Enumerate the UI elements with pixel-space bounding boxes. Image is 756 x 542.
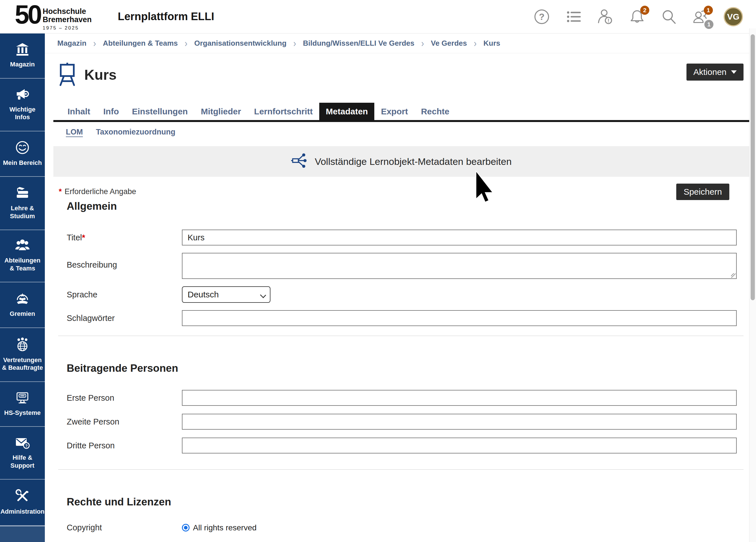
tab-mitglieder[interactable]: Mitglieder (194, 103, 248, 120)
breadcrumb-link[interactable]: Bildung/Wissen/ELLI Ve Gerdes (303, 39, 415, 48)
avatar[interactable]: VG (724, 7, 743, 26)
subtab-taxonomiezuordnung[interactable]: Taxonomiezuordnung (96, 128, 175, 136)
form-row-copyright: Copyright All rights reserved (58, 523, 737, 532)
university-logo[interactable]: 50 Hochschule Bremerhaven 1975 – 2025 (15, 2, 92, 31)
required-asterisk: * (59, 187, 62, 196)
chevron-right-icon: › (184, 38, 187, 49)
logo-50: 50 (15, 2, 40, 27)
bell-icon[interactable]: 2 (628, 8, 646, 26)
breadcrumb-link[interactable]: Ve Gerdes (431, 39, 467, 48)
dritte-person-input[interactable] (182, 438, 737, 453)
sprache-select[interactable]: Deutsch (182, 286, 270, 303)
search-icon[interactable] (660, 8, 678, 26)
users-icon[interactable]: 1 1 (692, 8, 709, 26)
section-heading-beitragende: Beitragende Personen (67, 362, 737, 375)
resize-handle[interactable] (731, 273, 736, 278)
form-row-sprache: Sprache Deutsch (58, 286, 737, 303)
zweite-person-label: Zweite Person (58, 417, 182, 427)
topbar-actions: ? ! (533, 0, 743, 33)
sidebar-item-magazin[interactable]: Magazin (0, 33, 45, 79)
app-root: 50 Hochschule Bremerhaven 1975 – 2025 Le… (0, 0, 756, 542)
tab-export[interactable]: Export (374, 103, 414, 120)
dritte-person-label: Dritte Person (58, 441, 182, 450)
tab-inhalt[interactable]: Inhalt (61, 103, 97, 120)
help-icon[interactable]: ? (533, 8, 551, 26)
titel-label: Titel* (58, 233, 182, 242)
sidebar-item-vertretungen[interactable]: Vertretungen & Beauftragte (0, 328, 45, 382)
tab-metadaten[interactable]: Metadaten (319, 103, 374, 120)
beschreibung-label: Beschreibung (58, 260, 182, 270)
monitor-icon (15, 391, 30, 405)
sprache-selected-value: Deutsch (188, 290, 219, 299)
banner-label: Vollständige Lernobjekt-Metadaten bearbe… (315, 156, 512, 167)
tools-icon (15, 489, 30, 503)
sidebar-item-label: HS-Systeme (4, 409, 41, 417)
copyright-label: Copyright (58, 523, 182, 532)
share-nodes-icon (291, 152, 307, 171)
tab-lernfortschritt[interactable]: Lernfortschritt (247, 103, 319, 120)
sidebar-item-label: Gremien (10, 310, 35, 318)
sidebar-item-mein-bereich[interactable]: Mein Bereich (0, 131, 45, 177)
sidebar-item-label: Vertretungen & Beauftragte (2, 356, 43, 372)
tab-bar: Inhalt Info Einstellungen Mitglieder Ler… (53, 103, 749, 122)
sidebar-item-label: Hilfe & Support (2, 454, 43, 469)
sidebar-item-hs-systeme[interactable]: HS-Systeme (0, 382, 45, 427)
breadcrumb-link[interactable]: Magazin (57, 39, 87, 48)
zweite-person-input[interactable] (182, 414, 737, 430)
tab-rechte[interactable]: Rechte (414, 103, 456, 120)
app-title: Lernplattform ELLI (118, 10, 214, 23)
sidebar-item-wichtige-infos[interactable]: Wichtige Infos (0, 79, 45, 131)
breadcrumb-link[interactable]: Organisationsentwicklung (194, 39, 286, 48)
scrollbar-track[interactable] (749, 28, 756, 542)
svg-text:?: ? (539, 12, 545, 22)
sidebar-item-gremien[interactable]: Gremien (0, 282, 45, 328)
copyright-radio[interactable] (182, 524, 190, 532)
svg-text:!: ! (608, 18, 609, 24)
section-divider (58, 336, 744, 336)
subtab-bar: LOM Taxonomiezuordnung (58, 128, 737, 136)
erste-person-input[interactable] (182, 390, 737, 406)
todo-list-icon[interactable] (565, 8, 582, 26)
sidebar-item-label: Abteilungen & Teams (2, 257, 43, 272)
sidebar-item-partial[interactable] (0, 526, 45, 542)
beschreibung-textarea[interactable] (182, 253, 737, 279)
breadcrumb-current[interactable]: Kurs (483, 39, 500, 48)
committee-icon (15, 291, 30, 306)
svg-text:?: ? (25, 444, 28, 448)
breadcrumb: Magazin › Abteilungen & Teams › Organisa… (45, 33, 749, 53)
sidebar-item-administration[interactable]: Administration (0, 480, 45, 526)
logo-years: 1975 – 2025 (43, 25, 92, 31)
breadcrumb-link[interactable]: Abteilungen & Teams (103, 39, 178, 48)
schlagwoerter-input[interactable] (182, 310, 737, 326)
actions-button[interactable]: Aktionen (686, 64, 744, 81)
subtab-lom[interactable]: LOM (66, 128, 83, 136)
scrollbar-thumb[interactable] (751, 34, 755, 300)
globe-people-icon (15, 337, 30, 352)
form-row-schlagwoerter: Schlagwörter (58, 310, 737, 326)
sidebar-item-label: Lehre & Studium (2, 204, 43, 220)
sidebar-item-abteilungen-teams[interactable]: Abteilungen & Teams (0, 230, 45, 282)
titel-input[interactable] (182, 230, 737, 245)
erste-person-label: Erste Person (58, 393, 182, 403)
chevron-right-icon: › (93, 38, 96, 49)
content: Kurs Aktionen Inhalt Info Einstellungen … (45, 63, 749, 532)
sidebar-item-hilfe-support[interactable]: ? Hilfe & Support (0, 427, 45, 480)
user-alert-icon[interactable]: ! (597, 8, 614, 26)
section-heading-rechte: Rechte und Lizenzen (67, 496, 737, 508)
bank-icon (15, 43, 30, 56)
sidebar: Magazin Wichtige Infos Mein Bereich Lehr… (0, 33, 45, 542)
contacts-badge: 1 (704, 6, 713, 15)
sidebar-item-label: Mein Bereich (3, 159, 42, 167)
edit-full-metadata-banner[interactable]: Vollständige Lernobjekt-Metadaten bearbe… (53, 146, 749, 177)
form-row-titel: Titel* (58, 230, 737, 245)
save-button[interactable]: Speichern (676, 184, 729, 200)
logo-line1: Hochschule (43, 7, 92, 15)
sidebar-item-lehre-studium[interactable]: Lehre & Studium (0, 177, 45, 230)
megaphone-icon (15, 88, 30, 101)
tab-einstellungen[interactable]: Einstellungen (125, 103, 194, 120)
tab-info[interactable]: Info (97, 103, 125, 120)
logo-line2: Bremerhaven (43, 16, 92, 24)
form-row-erste-person: Erste Person (58, 390, 737, 406)
contacts-badge-secondary: 1 (704, 20, 713, 29)
sidebar-item-label: Administration (0, 508, 44, 516)
